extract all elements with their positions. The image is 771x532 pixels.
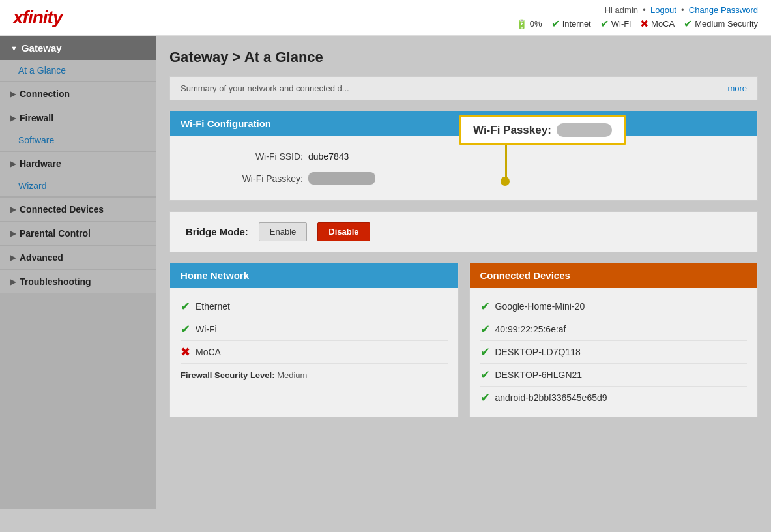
device-3-check-icon: ✔ [480, 368, 490, 382]
home-network-panel: Home Network ✔ Ethernet ✔ Wi-Fi ✖ MoCA [169, 263, 459, 417]
bridge-mode-label: Bridge Mode: [186, 226, 248, 237]
change-password-link[interactable]: Change Password [689, 5, 758, 15]
home-moca-label: MoCA [196, 347, 221, 357]
home-network-header: Home Network [170, 263, 458, 288]
battery-icon: 🔋 [516, 19, 527, 29]
device-0-check-icon: ✔ [480, 299, 490, 314]
popup-arrow-dot [501, 177, 510, 186]
internet-label: Internet [562, 19, 591, 29]
status-wifi: ✔ Wi-Fi [600, 18, 631, 30]
wifi-check-icon: ✔ [600, 18, 609, 30]
device-item-0: ✔ Google-Home-Mini-20 [480, 295, 748, 318]
wifi-config-body: Wi-Fi SSID: dube7843 Wi-Fi Passkey: Wi-F… [170, 136, 757, 200]
sidebar-item-firewall[interactable]: Firewall [0, 106, 156, 130]
sidebar-item-advanced[interactable]: Advanced [0, 245, 156, 269]
sidebar: Gateway At a Glance Connection Firewall … [0, 36, 156, 509]
wifi-passkey-row: Wi-Fi Passkey: Wi-Fi Passkey: [186, 167, 742, 190]
hi-admin-text: Hi admin [605, 5, 638, 15]
popup-passkey-blurred [557, 123, 612, 137]
summary-bar: Summary of your network and connected d.… [169, 76, 758, 100]
device-3-label: DESKTOP-6HLGN21 [495, 370, 583, 380]
ethernet-label: Ethernet [196, 301, 230, 312]
sidebar-item-at-a-glance[interactable]: At a Glance [0, 60, 156, 81]
sidebar-item-hardware[interactable]: Hardware [0, 151, 156, 175]
firewall-level-label: Firewall Security Level: [181, 370, 275, 380]
bridge-mode-section: Bridge Mode: Enable Disable [169, 211, 758, 252]
wifi-label: Wi-Fi [611, 19, 631, 29]
sidebar-item-parental-control[interactable]: Parental Control [0, 221, 156, 245]
status-security: ✔ Medium Security [684, 18, 758, 30]
sidebar-item-gateway[interactable]: Gateway [0, 36, 156, 60]
security-check-icon: ✔ [684, 18, 692, 30]
wifi-passkey-value [308, 172, 375, 185]
firewall-level-value: Medium [277, 370, 307, 380]
home-wifi-label: Wi-Fi [196, 324, 217, 334]
moca-label: MoCA [651, 19, 675, 29]
summary-text: Summary of your network and connected d.… [181, 83, 349, 93]
wifi-config-card: Wi-Fi Configuration Wi-Fi SSID: dube7843… [169, 111, 758, 201]
device-0-label: Google-Home-Mini-20 [495, 301, 585, 312]
sidebar-item-connected-devices[interactable]: Connected Devices [0, 197, 156, 221]
device-4-label: android-b2bbf336545e65d9 [495, 392, 607, 403]
moca-x-icon: ✖ [640, 18, 648, 30]
header: xfinity Hi admin • Logout • Change Passw… [0, 0, 771, 36]
home-ethernet-item: ✔ Ethernet [181, 295, 448, 318]
home-moca-item: ✖ MoCA [181, 341, 448, 364]
enable-button[interactable]: Enable [259, 222, 307, 241]
page-title: Gateway > At a Glance [169, 49, 758, 66]
device-item-3: ✔ DESKTOP-6HLGN21 [480, 364, 748, 387]
logo: xfinity [13, 7, 62, 28]
header-status: 🔋 0% ✔ Internet ✔ Wi-Fi ✖ MoCA ✔ Medium … [516, 18, 758, 30]
device-1-label: 40:99:22:25:6e:af [495, 324, 566, 334]
connected-devices-panel: Connected Devices ✔ Google-Home-Mini-20 … [469, 263, 759, 417]
status-internet: ✔ Internet [551, 18, 591, 30]
disable-button[interactable]: Disable [317, 222, 370, 241]
status-battery: 🔋 0% [516, 19, 542, 29]
popup-passkey-label: Wi-Fi Passkey: [473, 124, 551, 137]
logout-link[interactable]: Logout [650, 5, 676, 15]
header-right: Hi admin • Logout • Change Password 🔋 0%… [516, 5, 758, 30]
connected-devices-header: Connected Devices [470, 263, 758, 288]
ethernet-check-icon: ✔ [181, 299, 190, 314]
layout: Gateway At a Glance Connection Firewall … [0, 36, 771, 509]
home-network-body: ✔ Ethernet ✔ Wi-Fi ✖ MoCA Firewall Secur… [170, 288, 458, 391]
security-label: Medium Security [695, 19, 758, 29]
bottom-panels: Home Network ✔ Ethernet ✔ Wi-Fi ✖ MoCA [169, 263, 758, 417]
wifi-ssid-value: dube7843 [308, 151, 349, 162]
sidebar-item-connection[interactable]: Connection [0, 81, 156, 106]
internet-check-icon: ✔ [551, 18, 560, 30]
battery-label: 0% [530, 19, 542, 29]
device-item-2: ✔ DESKTOP-LD7Q118 [480, 341, 748, 364]
device-4-check-icon: ✔ [480, 391, 490, 405]
device-2-label: DESKTOP-LD7Q118 [495, 347, 581, 357]
connected-devices-body: ✔ Google-Home-Mini-20 ✔ 40:99:22:25:6e:a… [470, 288, 758, 417]
sidebar-item-software[interactable]: Software [0, 130, 156, 151]
wifi-passkey-blurred [308, 172, 375, 185]
wifi-ssid-row: Wi-Fi SSID: dube7843 [186, 146, 742, 167]
wifi-ssid-label: Wi-Fi SSID: [186, 151, 303, 162]
wifi-passkey-popup: Wi-Fi Passkey: [459, 115, 626, 145]
device-1-check-icon: ✔ [480, 322, 490, 336]
status-moca: ✖ MoCA [640, 18, 675, 30]
device-2-check-icon: ✔ [480, 345, 490, 359]
main-content: Gateway > At a Glance Summary of your ne… [156, 36, 771, 509]
sidebar-item-troubleshooting[interactable]: Troubleshooting [0, 269, 156, 293]
device-item-1: ✔ 40:99:22:25:6e:af [480, 318, 748, 341]
popup-arrow-line [505, 145, 507, 179]
home-wifi-check-icon: ✔ [181, 322, 190, 336]
firewall-level-row: Firewall Security Level: Medium [181, 364, 448, 383]
header-top: Hi admin • Logout • Change Password [516, 5, 758, 15]
wifi-passkey-label: Wi-Fi Passkey: [186, 173, 303, 184]
device-item-4: ✔ android-b2bbf336545e65d9 [480, 387, 748, 409]
more-link[interactable]: more [727, 83, 747, 93]
home-moca-x-icon: ✖ [181, 345, 190, 359]
sidebar-item-wizard[interactable]: Wizard [0, 175, 156, 197]
home-wifi-item: ✔ Wi-Fi [181, 318, 448, 341]
